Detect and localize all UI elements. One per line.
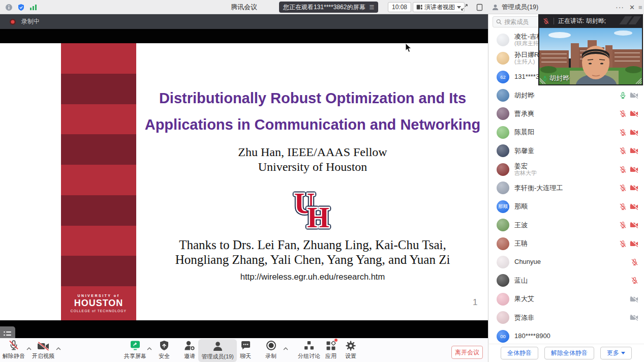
slide-title-line2: Applications in Communication and Networ… — [137, 116, 488, 133]
participant-name: 贾涤非 — [514, 314, 630, 321]
mic-off-icon — [619, 240, 627, 248]
avatar — [497, 293, 509, 306]
unmute-all-label: 解除全体静音 — [551, 349, 588, 357]
panel-footer: 全体静音 解除全体静音 更多 — [488, 344, 644, 362]
participant-row[interactable]: 胡封晔 — [488, 86, 644, 104]
record-options-chevron[interactable] — [283, 347, 288, 350]
participant-row[interactable]: 王聃 — [488, 234, 644, 253]
camera-off-icon — [630, 110, 638, 117]
participant-name: 姜宏 — [514, 163, 619, 170]
more-button[interactable]: 更多 — [600, 347, 632, 359]
mic-off-icon — [619, 184, 627, 192]
slide-thanks-line1: Thanks to Drs. Lei Fan, Zhuang Ling, Kai… — [137, 238, 488, 252]
participant-role: 吉林大学 — [514, 170, 619, 176]
avatar — [497, 182, 509, 194]
watching-banner[interactable]: 您正在观看131****3862的屏幕 ☰ — [279, 2, 378, 13]
record-label: 录制 — [265, 352, 277, 360]
panel-close-icon[interactable]: ✕ — [629, 0, 635, 14]
participant-name: 王波 — [514, 222, 619, 229]
participant-row[interactable]: 李轩衡-大连理工 — [488, 179, 644, 197]
chat-icon — [240, 341, 251, 351]
settings-label: 设置 — [345, 352, 356, 360]
participant-name: 胡封晔 — [514, 92, 619, 99]
logo-line3: COLLEGE of TECHNOLOGY — [71, 309, 127, 313]
avatar — [497, 144, 509, 157]
participant-row[interactable]: Chunyue — [488, 253, 644, 271]
participant-row[interactable]: 陈晨阳 — [488, 123, 644, 141]
participant-row[interactable]: 贾涤非 — [488, 309, 644, 327]
participant-row[interactable]: 那顺那顺 — [488, 197, 644, 216]
participant-row[interactable]: 果大艾 — [488, 290, 644, 308]
recording-label: 录制中 — [21, 17, 40, 26]
banner-stripe — [61, 226, 136, 256]
camera-off-icon — [630, 240, 638, 247]
speaker-name: 胡封晔 — [549, 74, 569, 83]
start-video-label: 开启视频 — [32, 352, 54, 360]
banner-menu-icon[interactable]: ☰ — [369, 4, 374, 11]
banner-stripe — [61, 195, 136, 226]
mic-off-icon — [619, 166, 627, 173]
avatar: 00 — [497, 330, 509, 343]
chevron-down-icon — [621, 352, 625, 354]
gear-icon — [346, 341, 356, 351]
shield-icon[interactable] — [17, 4, 25, 11]
mute-all-button[interactable]: 全体静音 — [501, 347, 538, 359]
participant-row[interactable]: 郭馨童 — [488, 142, 644, 160]
info-icon[interactable] — [5, 4, 13, 11]
slide-affiliation-line: University of Houston — [137, 160, 488, 174]
fullscreen-button[interactable] — [460, 0, 469, 14]
recording-bar: 录制中 — [0, 14, 488, 29]
participant-row[interactable]: 00180****8900 — [488, 327, 644, 344]
camera-off-icon — [630, 147, 638, 154]
participant-row[interactable]: 王波 — [488, 216, 644, 234]
avatar — [497, 52, 509, 65]
titlebar: 腾讯会议 您正在观看131****3862的屏幕 ☰ 10:08 演讲者视图 管… — [0, 0, 644, 14]
video-options-chevron[interactable] — [56, 347, 61, 350]
participant-name: 陈晨阳 — [514, 129, 619, 136]
participant-name: 王聃 — [514, 240, 619, 247]
camera-off-icon — [630, 222, 638, 228]
speaker-video-window[interactable]: 正在讲话: 胡封晔; — [539, 14, 642, 85]
avatar — [497, 237, 509, 250]
window-mode-button[interactable] — [476, 0, 483, 14]
expand-icon — [460, 3, 469, 12]
meeting-window: 腾讯会议 您正在观看131****3862的屏幕 ☰ 10:08 演讲者视图 管… — [0, 0, 644, 362]
participant-row[interactable]: 蓝山 — [488, 272, 644, 290]
svg-text:H: H — [307, 202, 329, 233]
network-signal-icon[interactable] — [29, 4, 38, 11]
speaker-video: 胡封晔 — [539, 28, 642, 84]
participant-row[interactable]: 姜宏吉林大学 — [488, 160, 644, 178]
avatar — [497, 274, 509, 287]
meeting-toolbar: 解除静音 开启视频 共享屏幕 安全 邀请 管理成员(19) 聊天 — [0, 338, 488, 362]
mic-on-icon — [619, 92, 627, 99]
leave-meeting-button[interactable]: 离开会议 — [451, 346, 483, 359]
logo-line2: HOUSTON — [74, 298, 124, 309]
banner-stripe — [61, 43, 136, 74]
mic-off-icon — [619, 110, 627, 117]
speaking-label: 正在讲话: 胡封晔; — [558, 17, 606, 25]
banner-stripe — [61, 74, 136, 104]
camera-off-icon — [630, 314, 638, 321]
banner-stripe — [61, 256, 136, 286]
slide-thanks-line2: Hongliang Zhang, Yali Chen, Yang Yang, a… — [137, 253, 488, 267]
panel-more-icon[interactable]: ··· — [616, 0, 624, 14]
recording-dot-icon — [9, 18, 16, 25]
settings-button[interactable]: 设置 — [331, 340, 370, 360]
camera-off-icon — [630, 185, 638, 191]
mic-off-icon — [619, 221, 627, 229]
window-icon — [476, 3, 483, 12]
mic-off-icon — [8, 340, 19, 351]
participant-name: 蓝山 — [514, 277, 631, 284]
security-label: 安全 — [159, 352, 170, 360]
panel-menu-icon[interactable]: ≡ — [638, 0, 642, 14]
camera-off-icon — [630, 203, 638, 210]
view-mode-button[interactable]: 演讲者视图 — [413, 2, 465, 12]
mic-off-icon — [631, 258, 638, 266]
search-icon — [496, 19, 502, 25]
university-logo-block: UNIVERSITY of HOUSTON COLLEGE of TECHNOL… — [61, 286, 136, 320]
invite-label: 邀请 — [184, 352, 195, 360]
mic-active-icon — [542, 75, 548, 81]
participant-row[interactable]: 曹承爽 — [488, 105, 644, 123]
header-divider — [554, 18, 554, 24]
unmute-all-button[interactable]: 解除全体静音 — [544, 347, 594, 359]
